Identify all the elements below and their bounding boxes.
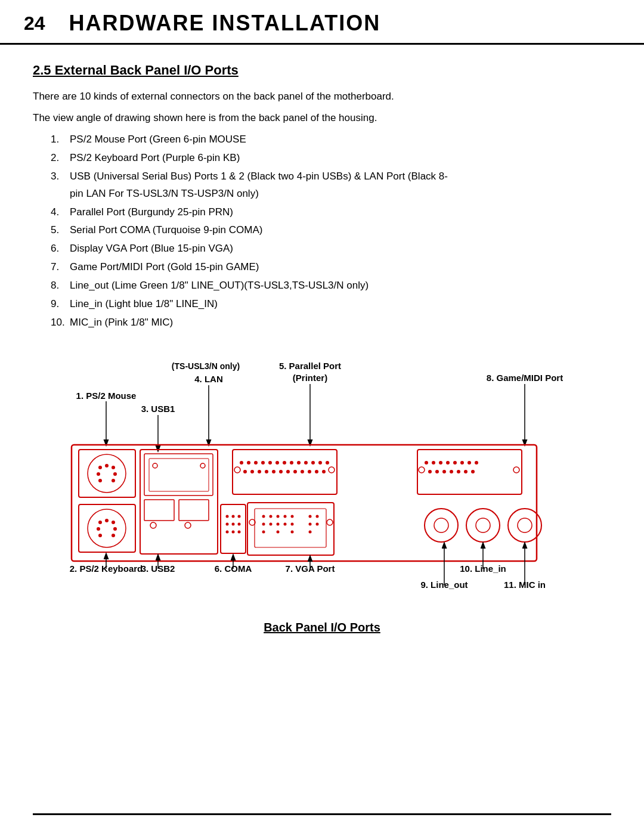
game-pins-row2 [428, 470, 475, 473]
svg-point-70 [226, 522, 229, 525]
intro-text-1: There are 10 kinds of external connector… [33, 89, 611, 104]
parallel-label: 5. Parallel Port [279, 361, 341, 371]
list-item: 8.Line_out (Lime Green 1/8" LINE_OUT)(TS… [51, 277, 611, 295]
svg-point-51 [291, 515, 294, 518]
svg-point-2 [112, 466, 115, 469]
svg-point-84 [428, 470, 432, 473]
svg-point-89 [464, 470, 467, 473]
list-item: 6.Display VGA Port (Blue 15-pin VGA) [51, 240, 611, 258]
svg-point-48 [270, 515, 273, 518]
svg-point-81 [460, 461, 464, 465]
intro-text-2: The view angle of drawing shown here is … [33, 110, 611, 126]
svg-point-75 [238, 530, 241, 533]
svg-point-25 [283, 461, 286, 465]
line-in-port [466, 509, 500, 542]
svg-point-5 [98, 479, 102, 482]
svg-point-71 [232, 522, 235, 525]
svg-point-20 [247, 461, 250, 465]
svg-point-90 [471, 470, 475, 473]
svg-point-42 [315, 470, 318, 473]
game-port [417, 450, 522, 494]
parallel-port [233, 450, 337, 494]
svg-point-19 [240, 461, 243, 465]
svg-point-63 [316, 522, 319, 525]
svg-point-24 [275, 461, 279, 465]
svg-point-56 [291, 522, 294, 525]
svg-point-39 [293, 470, 297, 473]
svg-point-34 [258, 470, 261, 473]
svg-point-73 [226, 530, 229, 533]
list-item: 10. MIC_in (Pink 1/8" MIC) [51, 314, 611, 332]
svg-point-74 [232, 530, 235, 533]
svg-point-17 [150, 522, 156, 528]
svg-point-57 [262, 530, 265, 533]
svg-point-23 [268, 461, 272, 465]
svg-point-36 [272, 470, 275, 473]
lan-label: 4. LAN [194, 374, 223, 384]
list-item: 1.PS/2 Mouse Port (Green 6-pin MOUSE [51, 131, 611, 148]
svg-point-4 [113, 472, 117, 476]
svg-point-11 [113, 527, 117, 531]
usb1-label: 3. USB1 [141, 404, 175, 414]
svg-point-76 [425, 461, 428, 465]
lan-port [144, 454, 213, 496]
line-out-port [425, 509, 458, 542]
svg-point-92 [513, 467, 519, 473]
svg-point-68 [232, 515, 235, 518]
svg-point-38 [286, 470, 290, 473]
svg-point-82 [467, 461, 471, 465]
svg-point-83 [475, 461, 478, 465]
svg-point-69 [238, 515, 241, 518]
svg-point-21 [254, 461, 258, 465]
list-item: 5.Serial Port COMA (Turquoise 9-pin COMA… [51, 222, 611, 239]
coma-port [221, 504, 246, 553]
ts-usl3n-label: (TS-USL3/N only) [172, 361, 240, 371]
svg-point-54 [277, 522, 280, 525]
svg-point-31 [326, 461, 329, 465]
diagram-container: (TS-USL3/N only) 4. LAN 5. Parallel Port… [33, 352, 611, 609]
svg-point-86 [442, 470, 446, 473]
game-pins-row1 [425, 461, 478, 465]
svg-point-91 [419, 467, 425, 473]
svg-point-30 [318, 461, 322, 465]
svg-point-64 [309, 530, 312, 533]
svg-point-8 [105, 519, 109, 522]
usb1-port [144, 500, 174, 521]
svg-point-93 [434, 518, 448, 532]
svg-point-28 [304, 461, 308, 465]
printer-label: (Printer) [293, 373, 327, 383]
svg-point-72 [238, 522, 241, 525]
list-item: 3. USB (Universal Serial Bus) Ports 1 & … [51, 168, 611, 203]
svg-point-27 [297, 461, 301, 465]
svg-point-18 [185, 522, 191, 528]
svg-point-77 [432, 461, 435, 465]
ps2-mouse-circle [88, 454, 126, 493]
section-heading: 2.5 External Back Panel I/O Ports [33, 63, 611, 78]
svg-point-41 [308, 470, 311, 473]
list-item: 9.Line_in (Light blue 1/8" LINE_IN) [51, 296, 611, 313]
svg-point-35 [265, 470, 268, 473]
svg-point-66 [327, 519, 333, 525]
svg-point-61 [316, 515, 319, 518]
list-item: 7. Game Port/MIDI Port (Gold 15-pin GAME… [51, 259, 611, 276]
svg-point-44 [234, 467, 240, 473]
svg-point-88 [457, 470, 460, 473]
svg-point-9 [112, 521, 115, 524]
svg-point-1 [105, 464, 109, 467]
page-number: 24 [24, 13, 45, 35]
svg-point-87 [450, 470, 453, 473]
svg-point-67 [226, 515, 229, 518]
svg-point-33 [250, 470, 254, 473]
page-container: 24 HARDWARE INSTALLATION 2.5 External Ba… [0, 0, 644, 833]
svg-point-40 [301, 470, 304, 473]
svg-point-95 [518, 518, 532, 532]
page-header: 24 HARDWARE INSTALLATION [0, 0, 644, 45]
svg-rect-46 [255, 509, 326, 547]
svg-point-94 [476, 518, 490, 532]
ps2-keyboard-circle [88, 509, 126, 547]
svg-point-55 [284, 522, 287, 525]
svg-point-52 [262, 522, 265, 525]
svg-point-79 [446, 461, 450, 465]
content-area: 2.5 External Back Panel I/O Ports There … [0, 63, 644, 634]
page-footer [33, 813, 611, 815]
